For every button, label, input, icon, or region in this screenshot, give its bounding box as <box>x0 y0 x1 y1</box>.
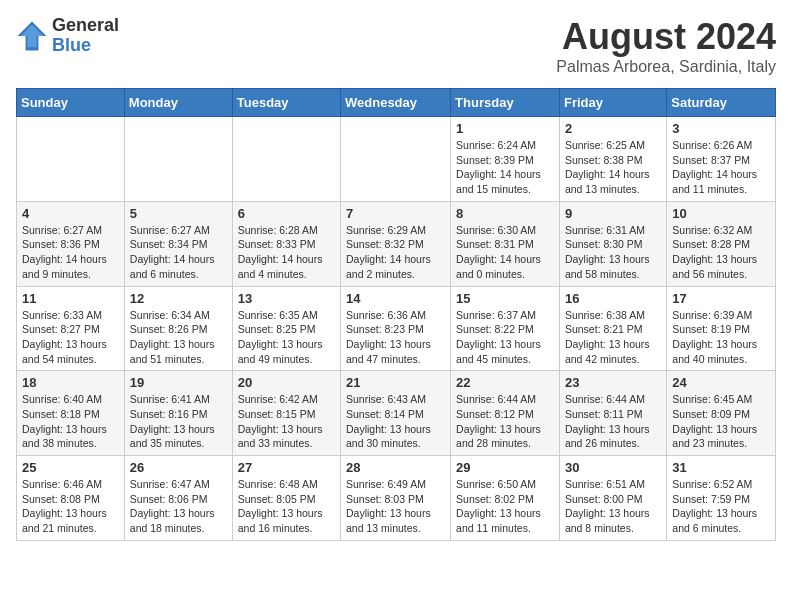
day-of-week-header: Saturday <box>667 89 776 117</box>
calendar-day-cell: 28Sunrise: 6:49 AM Sunset: 8:03 PM Dayli… <box>341 456 451 541</box>
calendar-day-cell: 29Sunrise: 6:50 AM Sunset: 8:02 PM Dayli… <box>451 456 560 541</box>
calendar-day-cell: 19Sunrise: 6:41 AM Sunset: 8:16 PM Dayli… <box>124 371 232 456</box>
day-info: Sunrise: 6:49 AM Sunset: 8:03 PM Dayligh… <box>346 477 445 536</box>
day-number: 31 <box>672 460 770 475</box>
calendar-day-cell <box>124 117 232 202</box>
calendar-day-cell: 16Sunrise: 6:38 AM Sunset: 8:21 PM Dayli… <box>559 286 666 371</box>
logo-general-text: General <box>52 16 119 36</box>
day-info: Sunrise: 6:36 AM Sunset: 8:23 PM Dayligh… <box>346 308 445 367</box>
day-number: 24 <box>672 375 770 390</box>
day-number: 5 <box>130 206 227 221</box>
day-info: Sunrise: 6:50 AM Sunset: 8:02 PM Dayligh… <box>456 477 554 536</box>
calendar-week-row: 1Sunrise: 6:24 AM Sunset: 8:39 PM Daylig… <box>17 117 776 202</box>
day-number: 8 <box>456 206 554 221</box>
day-number: 20 <box>238 375 335 390</box>
svg-marker-1 <box>21 25 43 47</box>
day-info: Sunrise: 6:39 AM Sunset: 8:19 PM Dayligh… <box>672 308 770 367</box>
day-info: Sunrise: 6:35 AM Sunset: 8:25 PM Dayligh… <box>238 308 335 367</box>
day-info: Sunrise: 6:34 AM Sunset: 8:26 PM Dayligh… <box>130 308 227 367</box>
day-info: Sunrise: 6:42 AM Sunset: 8:15 PM Dayligh… <box>238 392 335 451</box>
calendar-day-cell: 31Sunrise: 6:52 AM Sunset: 7:59 PM Dayli… <box>667 456 776 541</box>
day-of-week-header: Tuesday <box>232 89 340 117</box>
days-of-week-row: SundayMondayTuesdayWednesdayThursdayFrid… <box>17 89 776 117</box>
day-number: 25 <box>22 460 119 475</box>
calendar-day-cell: 20Sunrise: 6:42 AM Sunset: 8:15 PM Dayli… <box>232 371 340 456</box>
day-number: 9 <box>565 206 661 221</box>
page-header: General Blue August 2024 Palmas Arborea,… <box>16 16 776 76</box>
day-info: Sunrise: 6:37 AM Sunset: 8:22 PM Dayligh… <box>456 308 554 367</box>
day-info: Sunrise: 6:51 AM Sunset: 8:00 PM Dayligh… <box>565 477 661 536</box>
day-number: 22 <box>456 375 554 390</box>
calendar-body: 1Sunrise: 6:24 AM Sunset: 8:39 PM Daylig… <box>17 117 776 541</box>
calendar-day-cell: 4Sunrise: 6:27 AM Sunset: 8:36 PM Daylig… <box>17 201 125 286</box>
calendar-week-row: 4Sunrise: 6:27 AM Sunset: 8:36 PM Daylig… <box>17 201 776 286</box>
calendar-week-row: 11Sunrise: 6:33 AM Sunset: 8:27 PM Dayli… <box>17 286 776 371</box>
day-info: Sunrise: 6:48 AM Sunset: 8:05 PM Dayligh… <box>238 477 335 536</box>
calendar-header: SundayMondayTuesdayWednesdayThursdayFrid… <box>17 89 776 117</box>
calendar-day-cell: 21Sunrise: 6:43 AM Sunset: 8:14 PM Dayli… <box>341 371 451 456</box>
day-number: 29 <box>456 460 554 475</box>
day-info: Sunrise: 6:45 AM Sunset: 8:09 PM Dayligh… <box>672 392 770 451</box>
day-number: 17 <box>672 291 770 306</box>
title-section: August 2024 Palmas Arborea, Sardinia, It… <box>556 16 776 76</box>
logo-icon <box>16 20 48 52</box>
calendar-day-cell: 10Sunrise: 6:32 AM Sunset: 8:28 PM Dayli… <box>667 201 776 286</box>
calendar-day-cell: 2Sunrise: 6:25 AM Sunset: 8:38 PM Daylig… <box>559 117 666 202</box>
day-info: Sunrise: 6:47 AM Sunset: 8:06 PM Dayligh… <box>130 477 227 536</box>
calendar-day-cell: 22Sunrise: 6:44 AM Sunset: 8:12 PM Dayli… <box>451 371 560 456</box>
day-number: 1 <box>456 121 554 136</box>
day-info: Sunrise: 6:44 AM Sunset: 8:12 PM Dayligh… <box>456 392 554 451</box>
location-subtitle: Palmas Arborea, Sardinia, Italy <box>556 58 776 76</box>
day-number: 21 <box>346 375 445 390</box>
day-number: 11 <box>22 291 119 306</box>
calendar-day-cell <box>341 117 451 202</box>
day-number: 19 <box>130 375 227 390</box>
logo-text: General Blue <box>52 16 119 56</box>
calendar-day-cell: 30Sunrise: 6:51 AM Sunset: 8:00 PM Dayli… <box>559 456 666 541</box>
month-year-title: August 2024 <box>556 16 776 58</box>
day-info: Sunrise: 6:29 AM Sunset: 8:32 PM Dayligh… <box>346 223 445 282</box>
calendar-day-cell: 7Sunrise: 6:29 AM Sunset: 8:32 PM Daylig… <box>341 201 451 286</box>
calendar-day-cell: 9Sunrise: 6:31 AM Sunset: 8:30 PM Daylig… <box>559 201 666 286</box>
calendar-day-cell: 27Sunrise: 6:48 AM Sunset: 8:05 PM Dayli… <box>232 456 340 541</box>
day-number: 26 <box>130 460 227 475</box>
calendar-day-cell: 5Sunrise: 6:27 AM Sunset: 8:34 PM Daylig… <box>124 201 232 286</box>
day-number: 12 <box>130 291 227 306</box>
day-info: Sunrise: 6:44 AM Sunset: 8:11 PM Dayligh… <box>565 392 661 451</box>
day-number: 13 <box>238 291 335 306</box>
calendar-day-cell: 15Sunrise: 6:37 AM Sunset: 8:22 PM Dayli… <box>451 286 560 371</box>
calendar-day-cell: 12Sunrise: 6:34 AM Sunset: 8:26 PM Dayli… <box>124 286 232 371</box>
day-of-week-header: Thursday <box>451 89 560 117</box>
day-number: 28 <box>346 460 445 475</box>
day-number: 16 <box>565 291 661 306</box>
logo: General Blue <box>16 16 119 56</box>
calendar-day-cell: 1Sunrise: 6:24 AM Sunset: 8:39 PM Daylig… <box>451 117 560 202</box>
day-info: Sunrise: 6:46 AM Sunset: 8:08 PM Dayligh… <box>22 477 119 536</box>
calendar-day-cell: 6Sunrise: 6:28 AM Sunset: 8:33 PM Daylig… <box>232 201 340 286</box>
day-number: 6 <box>238 206 335 221</box>
calendar-day-cell: 11Sunrise: 6:33 AM Sunset: 8:27 PM Dayli… <box>17 286 125 371</box>
calendar-day-cell: 23Sunrise: 6:44 AM Sunset: 8:11 PM Dayli… <box>559 371 666 456</box>
day-info: Sunrise: 6:26 AM Sunset: 8:37 PM Dayligh… <box>672 138 770 197</box>
day-info: Sunrise: 6:27 AM Sunset: 8:34 PM Dayligh… <box>130 223 227 282</box>
calendar-day-cell: 24Sunrise: 6:45 AM Sunset: 8:09 PM Dayli… <box>667 371 776 456</box>
day-info: Sunrise: 6:52 AM Sunset: 7:59 PM Dayligh… <box>672 477 770 536</box>
day-info: Sunrise: 6:31 AM Sunset: 8:30 PM Dayligh… <box>565 223 661 282</box>
calendar-day-cell: 18Sunrise: 6:40 AM Sunset: 8:18 PM Dayli… <box>17 371 125 456</box>
day-of-week-header: Friday <box>559 89 666 117</box>
calendar-day-cell: 13Sunrise: 6:35 AM Sunset: 8:25 PM Dayli… <box>232 286 340 371</box>
day-of-week-header: Wednesday <box>341 89 451 117</box>
calendar-week-row: 18Sunrise: 6:40 AM Sunset: 8:18 PM Dayli… <box>17 371 776 456</box>
calendar-day-cell: 14Sunrise: 6:36 AM Sunset: 8:23 PM Dayli… <box>341 286 451 371</box>
calendar-day-cell <box>17 117 125 202</box>
day-number: 15 <box>456 291 554 306</box>
day-number: 14 <box>346 291 445 306</box>
calendar-week-row: 25Sunrise: 6:46 AM Sunset: 8:08 PM Dayli… <box>17 456 776 541</box>
day-number: 27 <box>238 460 335 475</box>
calendar-table: SundayMondayTuesdayWednesdayThursdayFrid… <box>16 88 776 541</box>
day-info: Sunrise: 6:28 AM Sunset: 8:33 PM Dayligh… <box>238 223 335 282</box>
day-of-week-header: Monday <box>124 89 232 117</box>
day-of-week-header: Sunday <box>17 89 125 117</box>
day-number: 7 <box>346 206 445 221</box>
day-number: 18 <box>22 375 119 390</box>
